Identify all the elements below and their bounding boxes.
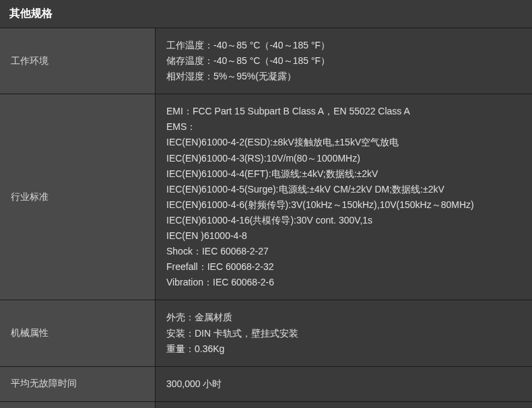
spec-value-line: 安装：DIN 卡轨式，壁挂式安装 [166,326,521,341]
spec-value-line: IEC(EN)61000-4-3(RS):10V/m(80～1000MHz) [166,151,521,166]
spec-value: 5年 [156,402,532,408]
spec-value-line: Vibration：IEC 60068-2-6 [166,275,521,290]
spec-row-mechanical: 机械属性 外壳：金属材质 安装：DIN 卡轨式，壁挂式安装 重量：0.36Kg [0,300,532,366]
spec-value-line: 相对湿度：5%～95%(无凝露） [166,69,521,84]
spec-value-line: 300,000 小时 [166,376,521,392]
spec-row-environment: 工作环境 工作温度：-40～85 °C（-40～185 °F） 储存温度：-40… [0,28,532,94]
spec-value-line: Freefall：IEC 60068-2-32 [166,259,521,275]
spec-value-line: Shock：IEC 60068-2-27 [166,244,521,259]
spec-value: 工作温度：-40～85 °C（-40～185 °F） 储存温度：-40～85 °… [156,28,532,94]
spec-label: 平均无故障时间 [0,367,155,401]
spec-value-line: IEC(EN)61000-4-5(Surge):电源线:±4kV CM/±2kV… [166,182,521,197]
spec-value-line: IEC(EN)61000-4-16(共模传导):30V cont. 300V,1… [166,213,521,228]
spec-value-line: EMI：FCC Part 15 Subpart B Class A，EN 550… [166,104,521,119]
spec-value-line: IEC(EN )61000-4-8 [166,228,521,244]
spec-value-line: 外壳：金属材质 [166,310,521,325]
spec-value-line: IEC(EN)61000-4-4(EFT):电源线:±4kV;数据线:±2kV [166,166,521,182]
spec-value-line: IEC(EN)61000-4-6(射频传导):3V(10kHz～150kHz),… [166,197,521,213]
spec-label: 质保 [0,402,155,408]
spec-value: EMI：FCC Part 15 Subpart B Class A，EN 550… [156,94,532,300]
spec-label: 机械属性 [0,300,155,366]
spec-value-line: EMS： [166,119,521,135]
spec-value: 300,000 小时 [156,367,532,401]
spec-label: 行业标准 [0,94,155,300]
spec-row-standards: 行业标准 EMI：FCC Part 15 Subpart B Class A，E… [0,94,532,300]
spec-table-header: 其他规格 [0,0,532,28]
spec-value-line: 工作温度：-40～85 °C（-40～185 °F） [166,38,521,53]
spec-value-line: IEC(EN)61000-4-2(ESD):±8kV接触放电,±15kV空气放电 [166,135,521,150]
spec-table: 其他规格 工作环境 工作温度：-40～85 °C（-40～185 °F） 储存温… [0,0,532,408]
spec-value-line: 储存温度：-40～85 °C（-40～185 °F） [166,53,521,69]
spec-value-line: 重量：0.36Kg [166,341,521,357]
spec-value: 外壳：金属材质 安装：DIN 卡轨式，壁挂式安装 重量：0.36Kg [156,300,532,366]
spec-label: 工作环境 [0,28,155,94]
spec-row-mtbf: 平均无故障时间 300,000 小时 [0,367,532,401]
spec-row-warranty: 质保 5年 [0,402,532,408]
